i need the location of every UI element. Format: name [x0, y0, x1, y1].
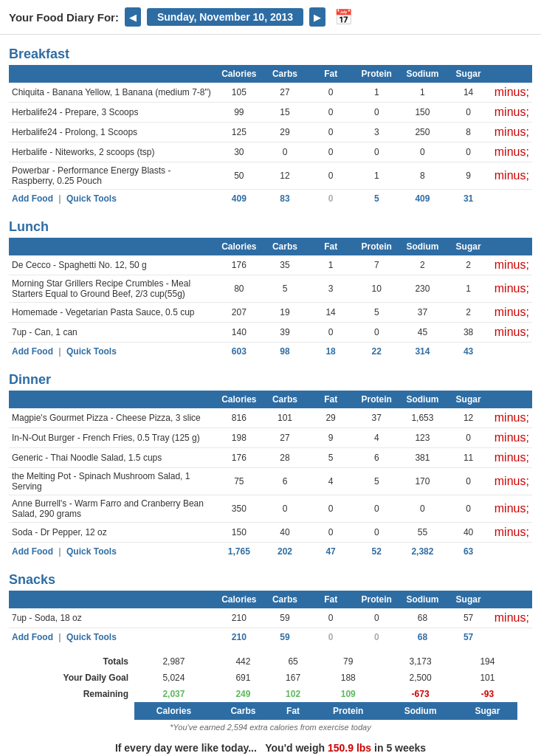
total-fat: 65: [273, 653, 313, 670]
totals-row: Totals 2,987 442 65 79 3,173 194: [9, 653, 532, 670]
goal-row: Your Daily Goal 5,024 691 167 188 2,500 …: [9, 670, 532, 686]
food-sodium: 2: [399, 255, 445, 275]
food-carbs: 0: [262, 495, 308, 523]
date-display: Sunday, November 10, 2013: [147, 8, 303, 26]
remaining-row: Remaining 2,037 249 102 109 -673 -93: [9, 686, 532, 702]
breakfast-col-carbs: Carbs: [262, 65, 308, 83]
add-food-link[interactable]: Add Food: [12, 632, 53, 642]
next-day-button[interactable]: ▶: [309, 7, 325, 27]
food-sugar: 0: [446, 103, 492, 123]
food-calories: 140: [216, 323, 262, 343]
food-carbs: 27: [262, 83, 308, 103]
remaining-protein: 109: [313, 686, 383, 702]
table-row: Herbalife24 - Prepare, 3 Scoops 99 15 0 …: [9, 103, 532, 123]
add-food-link[interactable]: Add Food: [12, 346, 53, 357]
remove-food-button[interactable]: minus;: [492, 408, 532, 428]
breakfast-col-remove: [492, 65, 532, 83]
table-row: Herbalife24 - Prolong, 1 Scoops 125 29 0…: [9, 123, 532, 142]
food-fat: 0: [308, 323, 354, 343]
remove-food-button[interactable]: minus;: [492, 323, 532, 343]
quick-tools-link[interactable]: Quick Tools: [66, 193, 117, 204]
bottom-col-protein: Protein: [313, 702, 383, 720]
food-name: Chiquita - Banana Yellow, 1 Banana (medi…: [9, 83, 216, 103]
remove-food-button[interactable]: minus;: [492, 495, 532, 523]
quick-tools-link[interactable]: Quick Tools: [66, 546, 117, 557]
food-name: Anne Burrell's - Warm Farro and Cranberr…: [9, 495, 216, 523]
food-calories: 99: [216, 103, 262, 123]
food-sugar: 11: [446, 448, 492, 468]
food-carbs: 5: [262, 275, 308, 303]
food-name: Soda - Dr Pepper, 12 oz: [9, 523, 216, 543]
add-food-link[interactable]: Add Food: [12, 546, 53, 557]
prev-day-button[interactable]: ◀: [125, 7, 141, 27]
meal-total-calories: 409: [216, 190, 262, 208]
food-calories: 30: [216, 142, 262, 162]
quick-tools-link[interactable]: Quick Tools: [66, 346, 117, 357]
exercise-note: *You've earned 2,594 extra calories from…: [9, 723, 532, 732]
food-name: Homemade - Vegetarian Pasta Sauce, 0.5 c…: [9, 303, 216, 323]
food-sodium: 0: [399, 142, 445, 162]
food-carbs: 27: [262, 428, 308, 448]
meal-total-carbs: 202: [262, 543, 308, 561]
remove-food-button[interactable]: minus;: [492, 275, 532, 303]
food-carbs: 39: [262, 323, 308, 343]
remove-food-button[interactable]: minus;: [492, 523, 532, 543]
food-protein: 0: [354, 523, 399, 543]
food-protein: 1: [354, 83, 399, 103]
remove-food-button[interactable]: minus;: [492, 448, 532, 468]
food-protein: 5: [354, 468, 399, 495]
remove-food-button[interactable]: minus;: [492, 303, 532, 323]
quick-tools-link[interactable]: Quick Tools: [66, 632, 117, 642]
remove-food-button[interactable]: minus;: [492, 428, 532, 448]
bottom-col-carbs: Carbs: [213, 702, 273, 720]
table-row: De Cecco - Spaghetti No. 12, 50 g 176 35…: [9, 255, 532, 275]
add-food-link[interactable]: Add Food: [12, 193, 53, 204]
meal-total-sugar: 31: [446, 190, 492, 208]
bottom-col-fat: Fat: [273, 702, 313, 720]
remaining-sodium: -673: [383, 686, 457, 702]
meal-total-sugar: 43: [446, 343, 492, 361]
remove-food-button[interactable]: minus;: [492, 608, 532, 628]
remove-food-button[interactable]: minus;: [492, 103, 532, 123]
food-calories: 50: [216, 162, 262, 190]
remove-food-button[interactable]: minus;: [492, 468, 532, 495]
food-protein: 10: [354, 275, 399, 303]
food-fat: 4: [308, 468, 354, 495]
table-row: Anne Burrell's - Warm Farro and Cranberr…: [9, 495, 532, 523]
food-fat: 0: [308, 103, 354, 123]
food-sugar: 9: [446, 162, 492, 190]
meal-total-fat: 47: [308, 543, 354, 561]
breakfast-col-name: [9, 65, 216, 83]
food-sodium: 1,653: [399, 408, 445, 428]
meal-total-carbs: 83: [262, 190, 308, 208]
table-row: 7up - Soda, 18 oz 210 59 0 0 68 57 minus…: [9, 608, 532, 628]
food-sodium: 45: [399, 323, 445, 343]
food-protein: 7: [354, 255, 399, 275]
calendar-icon[interactable]: 📅: [334, 8, 353, 26]
goal-protein: 188: [313, 670, 383, 686]
remove-food-button[interactable]: minus;: [492, 83, 532, 103]
meal-total-sugar: 63: [446, 543, 492, 561]
remove-food-button[interactable]: minus;: [492, 142, 532, 162]
lunch-section: Lunch Calories Carbs Fat Protein Sodium …: [9, 215, 532, 360]
food-sodium: 150: [399, 103, 445, 123]
food-sugar: 14: [446, 83, 492, 103]
food-name: Herbalife24 - Prolong, 1 Scoops: [9, 123, 216, 142]
food-calories: 75: [216, 468, 262, 495]
food-carbs: 19: [262, 303, 308, 323]
dinner-table: Calories Carbs Fat Protein Sodium Sugar …: [9, 391, 532, 560]
food-protein: 0: [354, 142, 399, 162]
weight-value: 150.9 lbs: [328, 742, 371, 754]
remove-food-button[interactable]: minus;: [492, 162, 532, 190]
remove-food-button[interactable]: minus;: [492, 123, 532, 142]
total-protein: 79: [313, 653, 383, 670]
food-sugar: 0: [446, 468, 492, 495]
food-protein: 0: [354, 495, 399, 523]
remove-food-button[interactable]: minus;: [492, 255, 532, 275]
food-sugar: 57: [446, 608, 492, 628]
food-carbs: 6: [262, 468, 308, 495]
food-fat: 0: [308, 142, 354, 162]
table-row: the Melting Pot - Spinach Mushroom Salad…: [9, 468, 532, 495]
meal-total-carbs: 98: [262, 343, 308, 361]
food-sodium: 8: [399, 162, 445, 190]
